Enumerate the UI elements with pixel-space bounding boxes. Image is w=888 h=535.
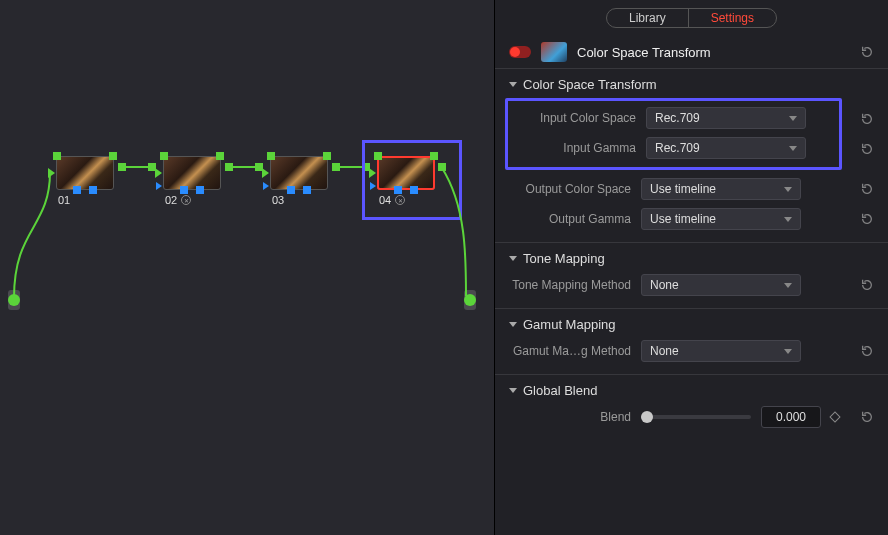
chevron-down-icon: [784, 187, 792, 192]
chevron-down-icon: [789, 146, 797, 151]
port[interactable]: [109, 152, 117, 160]
node-01-label: 01: [58, 194, 70, 206]
node-01-thumb[interactable]: [56, 156, 114, 190]
blend-value[interactable]: 0.000: [761, 406, 821, 428]
gamut-method-value: None: [650, 344, 679, 358]
output-gamma-label: Output Gamma: [509, 212, 631, 226]
node-03-label: 03: [272, 194, 284, 206]
output-gamma-dropdown[interactable]: Use timeline: [641, 208, 801, 230]
output-cs-value: Use timeline: [650, 182, 716, 196]
port-out[interactable]: [438, 163, 446, 171]
port-out[interactable]: [118, 163, 126, 171]
tone-method-reset-icon[interactable]: [860, 278, 874, 292]
blend-label: Blend: [509, 410, 631, 424]
input-cs-label: Input Color Space: [514, 111, 636, 125]
port-out[interactable]: [225, 163, 233, 171]
edge: [340, 166, 362, 168]
output-cs-label: Output Color Space: [509, 182, 631, 196]
port-out[interactable]: [332, 163, 340, 171]
node-02-thumb[interactable]: [163, 156, 221, 190]
edge: [126, 166, 148, 168]
edge: [233, 166, 255, 168]
port[interactable]: [89, 186, 97, 194]
node-04-fx-icon: ✕: [395, 195, 405, 205]
tri-port[interactable]: [370, 182, 376, 190]
chevron-down-icon: [784, 349, 792, 354]
section-cst-header[interactable]: Color Space Transform: [509, 77, 874, 92]
input-gamma-reset-icon[interactable]: [860, 142, 874, 156]
tri-port[interactable]: [155, 168, 162, 178]
node-03-thumb[interactable]: [270, 156, 328, 190]
section-blend-title: Global Blend: [523, 383, 597, 398]
node-02[interactable]: 02 ✕: [163, 156, 225, 206]
tri-port[interactable]: [263, 182, 269, 190]
tri-port[interactable]: [156, 182, 162, 190]
port[interactable]: [196, 186, 204, 194]
blend-reset-icon[interactable]: [860, 410, 874, 424]
port[interactable]: [394, 186, 402, 194]
input-cs-dropdown[interactable]: Rec.709: [646, 107, 806, 129]
chevron-down-icon: [509, 322, 517, 327]
section-gamut-title: Gamut Mapping: [523, 317, 616, 332]
chevron-down-icon: [784, 283, 792, 288]
port[interactable]: [73, 186, 81, 194]
blend-keyframe-icon[interactable]: [829, 411, 840, 422]
input-highlight: Input Color Space Rec.709 Input Gamma Re…: [505, 98, 842, 170]
plugin-enable-toggle[interactable]: [509, 46, 531, 58]
output-gamma-value: Use timeline: [650, 212, 716, 226]
port[interactable]: [160, 152, 168, 160]
chevron-down-icon: [509, 256, 517, 261]
node-01-input-port[interactable]: [48, 168, 55, 178]
section-tone-title: Tone Mapping: [523, 251, 605, 266]
section-blend-header[interactable]: Global Blend: [509, 383, 874, 398]
node-graph[interactable]: 01 02 ✕: [0, 0, 495, 535]
port[interactable]: [287, 186, 295, 194]
plugin-name: Color Space Transform: [577, 45, 850, 60]
gamut-method-dropdown[interactable]: None: [641, 340, 801, 362]
blend-slider-knob[interactable]: [641, 411, 653, 423]
graph-input-port[interactable]: [8, 294, 20, 306]
node-04-thumb[interactable]: [377, 156, 435, 190]
chevron-down-icon: [789, 116, 797, 121]
node-03[interactable]: 03: [270, 156, 332, 206]
input-gamma-dropdown[interactable]: Rec.709: [646, 137, 806, 159]
graph-output-port[interactable]: [464, 294, 476, 306]
output-gamma-reset-icon[interactable]: [860, 212, 874, 226]
section-gamut-header[interactable]: Gamut Mapping: [509, 317, 874, 332]
port[interactable]: [53, 152, 61, 160]
input-cs-value: Rec.709: [655, 111, 700, 125]
tri-port[interactable]: [369, 168, 376, 178]
gamut-method-label: Gamut Ma…g Method: [509, 344, 631, 358]
node-01[interactable]: 01: [56, 156, 118, 206]
gamut-method-reset-icon[interactable]: [860, 344, 874, 358]
output-cs-reset-icon[interactable]: [860, 182, 874, 196]
tone-method-label: Tone Mapping Method: [509, 278, 631, 292]
chevron-down-icon: [509, 388, 517, 393]
tab-library[interactable]: Library: [607, 9, 688, 27]
port[interactable]: [323, 152, 331, 160]
input-cs-reset-icon[interactable]: [860, 112, 874, 126]
input-gamma-label: Input Gamma: [514, 141, 636, 155]
port[interactable]: [267, 152, 275, 160]
chevron-down-icon: [784, 217, 792, 222]
port[interactable]: [430, 152, 438, 160]
port[interactable]: [303, 186, 311, 194]
port[interactable]: [216, 152, 224, 160]
plugin-reset-icon[interactable]: [860, 45, 874, 59]
tone-method-value: None: [650, 278, 679, 292]
port[interactable]: [180, 186, 188, 194]
port[interactable]: [410, 186, 418, 194]
node-04[interactable]: 04 ✕: [377, 156, 439, 206]
node-04-label: 04: [379, 194, 391, 206]
tone-method-dropdown[interactable]: None: [641, 274, 801, 296]
node-02-label: 02: [165, 194, 177, 206]
blend-slider[interactable]: [641, 415, 751, 419]
output-cs-dropdown[interactable]: Use timeline: [641, 178, 801, 200]
node-02-fx-icon: ✕: [181, 195, 191, 205]
section-tone-header[interactable]: Tone Mapping: [509, 251, 874, 266]
tab-settings[interactable]: Settings: [688, 9, 776, 27]
inspector-panel: Library Settings Color Space Transform C…: [495, 0, 888, 535]
tri-port[interactable]: [262, 168, 269, 178]
section-cst-title: Color Space Transform: [523, 77, 657, 92]
port[interactable]: [374, 152, 382, 160]
